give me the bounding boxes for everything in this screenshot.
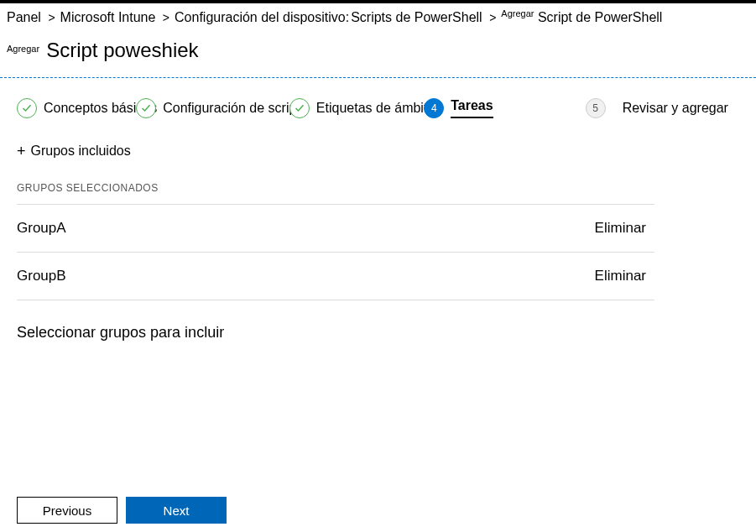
check-icon — [136, 98, 156, 118]
step-number-icon: 4 — [424, 98, 444, 118]
breadcrumb-label: Configuración del dispositivo: — [175, 10, 349, 24]
page-header: Agregar Script poweshiek — [0, 30, 756, 78]
breadcrumb-sep: > — [163, 11, 169, 24]
add-included-label: Grupos incluidos — [31, 143, 131, 159]
group-list: GroupA Eliminar GroupB Eliminar — [17, 204, 654, 300]
header-prefix: Agregar — [7, 44, 39, 54]
group-name: GroupB — [17, 268, 66, 284]
breadcrumb-label: Script de PowerShell — [538, 10, 663, 24]
add-included-groups[interactable]: + Grupos incluidos — [17, 143, 739, 159]
step-label: Tareas — [451, 98, 493, 118]
step-review[interactable]: 5 Revisar y agregar — [586, 98, 728, 118]
content-area: Conceptos básicos Configuración de scrip… — [0, 78, 756, 342]
group-row: GroupB Eliminar — [17, 252, 654, 300]
page-title: Script poweshiek — [46, 39, 198, 62]
step-label: Revisar y agregar — [623, 101, 728, 116]
check-icon — [289, 98, 310, 118]
check-icon — [17, 98, 37, 118]
step-label: Configuración de script — [163, 101, 300, 116]
next-button[interactable]: Next — [126, 497, 227, 524]
breadcrumb: Panel > Microsoft Intune > Configuración… — [0, 3, 756, 30]
group-row: GroupA Eliminar — [17, 204, 654, 252]
group-name: GroupA — [17, 220, 66, 237]
wizard-steps: Conceptos básicos Configuración de scrip… — [17, 98, 739, 118]
breadcrumb-label: Scripts de PowerShell — [351, 10, 482, 24]
breadcrumb-sep: > — [489, 11, 496, 24]
footer-buttons: Previous Next — [17, 497, 227, 524]
step-script-config[interactable]: Configuración de script — [149, 98, 300, 118]
breadcrumb-sep: > — [48, 11, 55, 24]
select-groups-to-include[interactable]: Seleccionar grupos para incluir — [17, 324, 739, 342]
breadcrumb-item-add-script[interactable]: Agregar Script de PowerShell — [501, 8, 662, 25]
step-assignments[interactable]: 4 Tareas — [436, 98, 493, 118]
breadcrumb-item-device-config[interactable]: Configuración del dispositivo: — [175, 10, 349, 25]
plus-icon: + — [17, 143, 26, 159]
step-label: Etiquetas de ámbito — [316, 101, 435, 116]
selected-groups-heading: GRUPOS SELECCIONADOS — [17, 182, 739, 194]
breadcrumb-item-scripts[interactable]: Scripts de PowerShell > — [351, 10, 499, 25]
breadcrumb-item-intune[interactable]: Microsoft Intune > — [60, 10, 173, 25]
step-number-icon: 5 — [586, 98, 606, 118]
step-scope-tags[interactable]: Etiquetas de ámbito — [302, 98, 435, 118]
breadcrumb-label: Panel — [7, 10, 41, 24]
breadcrumb-label: Microsoft Intune — [60, 10, 156, 24]
remove-group-link[interactable]: Eliminar — [595, 268, 646, 284]
previous-button[interactable]: Previous — [17, 497, 117, 524]
breadcrumb-prefix: Agregar — [501, 8, 534, 18]
breadcrumb-item-panel[interactable]: Panel > — [7, 10, 59, 25]
remove-group-link[interactable]: Eliminar — [595, 220, 646, 237]
